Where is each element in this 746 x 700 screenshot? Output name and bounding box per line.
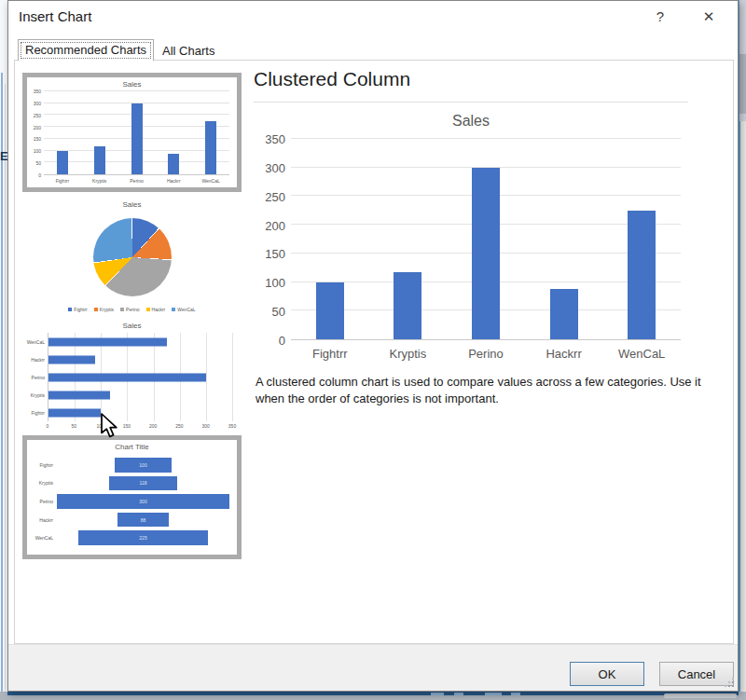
category-label: Perino (22, 368, 48, 386)
x-tick-label: Perino (447, 347, 525, 361)
legend-label: Hackrr (152, 307, 166, 312)
bar-hackrr (550, 289, 578, 339)
y-tick-label: 300 (265, 161, 285, 173)
gridline (44, 90, 229, 91)
thumbnail-pie[interactable]: SalesFightrrKryptisPerinoHackrrWenCaL (22, 198, 242, 317)
funnel-bar: 300 (57, 494, 229, 509)
bar-wencal (205, 121, 216, 174)
legend: FightrrKryptisPerinoHackrrWenCaL (22, 302, 242, 317)
bar-perino (472, 168, 500, 339)
x-tick-label: 350 (228, 423, 236, 429)
chart-title: Sales (22, 198, 242, 212)
y-axis: 050100150200250300350 (256, 139, 291, 340)
x-axis: 050100150200250300350 (48, 421, 232, 432)
x-tick-label: Hackrr (155, 178, 192, 184)
legend-swatch (146, 308, 150, 311)
close-icon[interactable]: ✕ (697, 6, 721, 27)
category-label: Hackrr (22, 350, 48, 368)
x-tick-label: 250 (175, 423, 183, 429)
preview-chart: Sales050100150200250300350FightrrKryptis… (256, 105, 686, 364)
background-status-bar (7, 692, 739, 695)
y-tick-label: 150 (265, 248, 285, 260)
bar-perino (131, 103, 143, 174)
x-tick-label: 200 (149, 423, 157, 429)
chart-description: A clustered column chart is used to comp… (256, 374, 701, 407)
funnel-row: Kryptis118 (27, 474, 229, 493)
chart-title: Sales (256, 105, 686, 139)
thumbnail-bar-chart: SalesWenCaLHackrrPerinoKryptisFightrr050… (22, 319, 242, 432)
gridline (206, 333, 207, 421)
y-tick-label: 0 (279, 335, 285, 347)
bar-fightrr (57, 151, 68, 174)
legend-item: Kryptis (94, 307, 114, 312)
y-tick-label: 250 (34, 113, 41, 117)
tab-recommended-charts[interactable]: Recommended Charts (18, 39, 154, 61)
excel-background-right-edge (739, 0, 746, 700)
legend-label: Fightrr (74, 307, 87, 312)
y-tick-label: 50 (272, 306, 285, 318)
funnel-bar: 100 (115, 458, 173, 473)
thumbnail-pie-chart: SalesFightrrKryptisPerinoHackrrWenCaL (22, 198, 242, 317)
bar (48, 373, 206, 381)
bar-area: 88 (57, 511, 229, 529)
y-tick-label: 200 (265, 219, 285, 231)
category-label: Fightrr (27, 462, 57, 468)
ok-button[interactable]: OK (570, 662, 644, 686)
category-label: WenCaL (27, 535, 57, 541)
help-button[interactable]: ? (648, 6, 672, 27)
background-status-mark (485, 693, 502, 695)
x-tick-label: 300 (202, 423, 210, 429)
background-accent-line (1, 73, 3, 700)
y-tick-label: 200 (34, 125, 41, 130)
insert-chart-dialog: Insert Chart ? ✕ Recommended Charts All … (7, 0, 739, 692)
y-tick-label: 150 (34, 137, 41, 142)
dialog-title: Insert Chart (19, 8, 91, 24)
gridline (291, 138, 681, 139)
y-tick-label: 0 (38, 173, 41, 178)
chart-title: Chart Title (27, 440, 237, 454)
x-tick-label: Fightrr (44, 178, 81, 184)
thumbnail-column-chart: Sales050100150200250300350FightrrKryptis… (27, 77, 237, 187)
chart-title: Sales (27, 77, 237, 91)
bar (48, 408, 101, 417)
plot-area (44, 91, 229, 175)
y-tick-label: 100 (265, 277, 285, 289)
legend-swatch (120, 308, 124, 311)
category-label: Hackrr (27, 517, 57, 523)
funnel-row: Hackrr88 (27, 511, 229, 529)
x-tick-label: Perino (118, 178, 156, 184)
x-tick-label: 0 (47, 423, 49, 429)
resize-grip[interactable] (723, 676, 734, 687)
background-status-mark (511, 693, 520, 695)
bar-area: 100 (57, 456, 229, 474)
x-tick-label: WenCaL (602, 347, 681, 361)
y-axis: 050100150200250300350 (27, 91, 44, 175)
bar-area: 225 (57, 528, 229, 547)
legend-label: WenCaL (177, 307, 195, 312)
plot-body: 050100150200250300350 (256, 139, 686, 340)
thumbnail-clustered-column[interactable]: Sales050100150200250300350FightrrKryptis… (22, 73, 242, 192)
category-label: Fightrr (22, 404, 48, 421)
bar-area: 300 (57, 492, 229, 511)
y-tick-label: 300 (34, 101, 41, 105)
tab-all-charts[interactable]: All Charts (156, 41, 221, 61)
legend-swatch (172, 308, 175, 311)
legend-label: Perino (126, 307, 139, 312)
plot-body: WenCaLHackrrPerinoKryptisFightrr (22, 333, 232, 421)
thumbnail-funnel[interactable]: Chart TitleFightrr100Kryptis118Perino300… (22, 435, 242, 559)
dialog-titlebar[interactable]: Insert Chart ? ✕ (8, 1, 738, 31)
background-zoom-slider (664, 693, 737, 698)
bar-kryptis (94, 146, 105, 174)
funnel-row: Perino300 (27, 492, 229, 511)
legend-item: Hackrr (146, 307, 166, 312)
y-tick-label: 50 (35, 161, 41, 166)
excel-background-left-edge: E (0, 0, 7, 700)
x-tick-label: 50 (72, 423, 77, 429)
thumbnail-bar[interactable]: SalesWenCaLHackrrPerinoKryptisFightrr050… (22, 319, 242, 432)
pie-graphic (93, 218, 172, 296)
thumbnail-funnel-chart: Chart TitleFightrr100Kryptis118Perino300… (27, 440, 237, 555)
plot-body: 050100150200250300350 (27, 91, 237, 175)
x-tick-label: WenCaL (192, 178, 229, 184)
background-status-mark (454, 693, 463, 695)
funnel-row: WenCaL225 (27, 528, 229, 547)
